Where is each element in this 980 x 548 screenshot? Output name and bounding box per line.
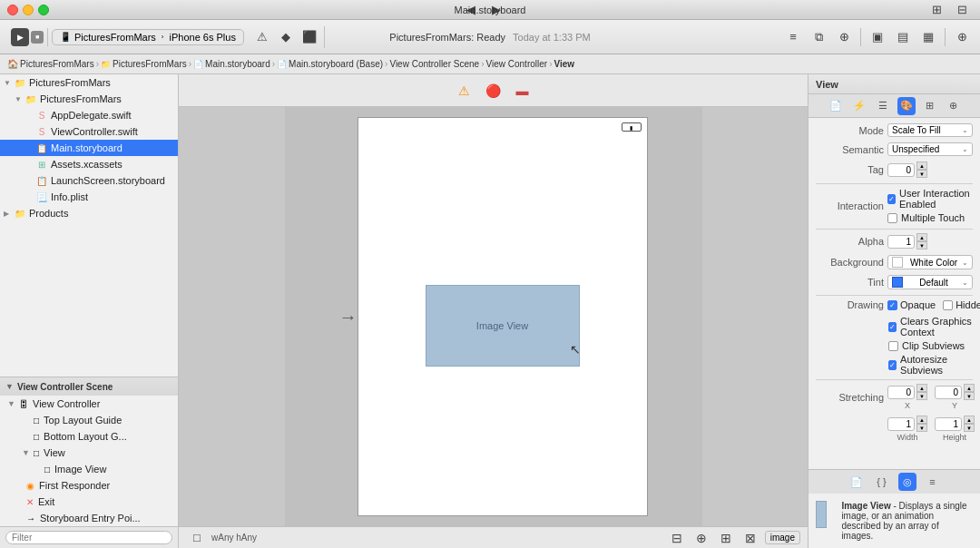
inspector-tab-size[interactable]: ⊞ xyxy=(921,97,939,115)
tag-decrement[interactable]: ▼ xyxy=(916,170,927,178)
breadcrumb-item-0[interactable]: PicturesFromMars xyxy=(20,59,94,69)
library-btn[interactable]: ⊕ xyxy=(951,26,973,48)
sy-down[interactable]: ▼ xyxy=(964,392,975,400)
fullscreen-button[interactable] xyxy=(38,5,49,15)
outline-label: Image View xyxy=(54,464,106,475)
stretch-y-input[interactable] xyxy=(935,386,962,399)
inspector-tab-attributes[interactable]: 🎨 xyxy=(897,97,916,115)
navigator-panel-btn[interactable]: ▣ xyxy=(867,26,888,48)
bottom-tab-image[interactable]: ◎ xyxy=(898,473,916,491)
tag-input[interactable] xyxy=(887,163,915,177)
canvas-zoom-fit[interactable]: ⊞ xyxy=(715,527,737,549)
sx-up[interactable]: ▲ xyxy=(916,384,927,392)
canvas-zoom-out[interactable]: ⊟ xyxy=(666,527,688,549)
device-size-btn[interactable]: □ xyxy=(186,527,208,549)
sidebar-item-subfolder[interactable]: ▼ 📁 PicturesFromMars xyxy=(0,91,178,107)
canvas-scroll[interactable]: → ▮ Image View ↖ xyxy=(179,107,808,526)
prop-mode-select[interactable]: Scale To Fill ⌄ xyxy=(887,123,973,137)
sidebar-item-launch[interactable]: 📋 LaunchScreen.storyboard xyxy=(0,172,178,189)
version-view-btn[interactable]: ⊕ xyxy=(833,26,855,48)
sx-down[interactable]: ▼ xyxy=(916,392,927,400)
breadcrumb-item-4[interactable]: View Controller Scene xyxy=(389,59,479,69)
prop-semantic-select[interactable]: Unspecified ⌄ xyxy=(887,142,973,156)
image-view-info: Image View - Displays a single image, or… xyxy=(808,494,980,548)
debug-panel-btn[interactable]: ▤ xyxy=(892,26,914,48)
sidebar-item-products[interactable]: ▶ 📁 Products xyxy=(0,205,178,221)
panel-toggle-right[interactable]: ⊟ xyxy=(951,0,973,21)
sidebar-item-main-storyboard[interactable]: 📋 Main.storyboard xyxy=(0,140,178,156)
toolbar-simulate-icon[interactable]: ⬛ xyxy=(299,26,320,48)
assistant-view-btn[interactable]: ⧉ xyxy=(808,26,829,48)
breadcrumb-item-5[interactable]: View Controller xyxy=(486,59,548,69)
sw-down[interactable]: ▼ xyxy=(916,424,927,432)
sy-up[interactable]: ▲ xyxy=(964,384,975,392)
canvas-zoom-in[interactable]: ⊕ xyxy=(691,527,712,549)
outline-header: View Controller Scene xyxy=(17,382,113,392)
inspector-tab-connections[interactable]: ⊕ xyxy=(945,97,963,115)
inspector-tab-quick[interactable]: ⚡ xyxy=(850,97,868,115)
sidebar-item-viewcontroller[interactable]: S ViewController.swift xyxy=(0,123,178,140)
stop-button[interactable]: ■ xyxy=(31,31,44,44)
canvas-icon-refresh[interactable]: 🔴 xyxy=(484,81,504,101)
outline-top-layout[interactable]: □ Top Layout Guide xyxy=(0,412,178,428)
image-view-label: Image View xyxy=(476,320,528,331)
outline-disclosure[interactable]: ▼ xyxy=(5,382,14,391)
tag-increment[interactable]: ▲ xyxy=(916,161,927,170)
outline-bottom-layout[interactable]: □ Bottom Layout G... xyxy=(0,428,178,445)
clip-subviews-checkbox[interactable] xyxy=(888,341,898,351)
sidebar-item-assets[interactable]: ⊞ Assets.xcassets xyxy=(0,156,178,172)
bottom-tab-list[interactable]: ≡ xyxy=(924,473,942,491)
outline-exit[interactable]: ✕ Exit xyxy=(0,494,178,510)
toolbar-breakpoint-icon[interactable]: ◆ xyxy=(275,26,297,48)
prop-background-select[interactable]: White Color ⌄ xyxy=(887,255,973,269)
prop-tint-select[interactable]: Default ⌄ xyxy=(887,275,973,289)
breadcrumb-item-6[interactable]: View xyxy=(554,59,574,69)
sw-up[interactable]: ▲ xyxy=(916,416,927,424)
alpha-input[interactable] xyxy=(887,235,915,249)
panel-toggle-left[interactable]: ⊞ xyxy=(926,0,947,21)
breadcrumb-item-2[interactable]: 📄 Main.storyboard xyxy=(193,59,270,69)
multiple-touch-checkbox[interactable] xyxy=(887,213,897,223)
bottom-tab-code[interactable]: { } xyxy=(873,473,891,491)
sh-up[interactable]: ▲ xyxy=(964,416,975,424)
code-view-btn[interactable]: ≡ xyxy=(782,26,804,48)
outline-storyboard-entry[interactable]: → Storyboard Entry Poi... xyxy=(0,510,178,526)
run-button[interactable]: ▶ xyxy=(11,28,29,46)
stretch-w-input[interactable] xyxy=(887,417,915,431)
scheme-selector[interactable]: 📱 PicturesFromMars › iPhone 6s Plus xyxy=(52,29,244,45)
prop-mode: Mode Scale To Fill ⌄ xyxy=(816,123,973,137)
canvas-icon-list[interactable]: ▬ xyxy=(513,81,533,101)
breadcrumb-item-1[interactable]: 📁 PicturesFromMars xyxy=(101,59,187,69)
bottom-tab-file[interactable]: 📄 xyxy=(848,473,866,491)
close-button[interactable] xyxy=(7,5,18,15)
canvas-icon-warning[interactable]: ⚠ xyxy=(455,81,475,101)
canvas-zoom-reset[interactable]: ⊠ xyxy=(740,527,761,549)
sidebar-item-appdelegate[interactable]: S AppDelegate.swift xyxy=(0,107,178,123)
stretch-h-input[interactable] xyxy=(935,417,962,431)
autoresize-checkbox[interactable]: ✓ xyxy=(888,360,897,370)
user-interaction-checkbox[interactable]: ✓ xyxy=(887,194,896,204)
outline-first-responder[interactable]: ◉ First Responder xyxy=(0,477,178,494)
sidebar-item-root[interactable]: ▼ 📁 PicturesFromMars xyxy=(0,74,178,91)
image-view-element[interactable]: Image View ↖ xyxy=(426,285,580,367)
stretch-x-input[interactable] xyxy=(887,386,915,399)
minimize-button[interactable] xyxy=(23,5,34,15)
sidebar-item-plist[interactable]: 📃 Info.plist xyxy=(0,189,178,205)
hidden-checkbox[interactable] xyxy=(943,300,953,310)
clears-graphics-checkbox[interactable]: ✓ xyxy=(888,322,897,332)
opaque-checkbox[interactable]: ✓ xyxy=(887,300,897,310)
breadcrumb-item-3[interactable]: 📄 Main.storyboard (Base) xyxy=(277,59,383,69)
outline-image-view[interactable]: □ Image View xyxy=(0,461,178,477)
alpha-increment[interactable]: ▲ xyxy=(916,233,927,241)
image-label[interactable]: image xyxy=(765,531,800,544)
inspector-tab-file[interactable]: 📄 xyxy=(827,97,845,115)
alpha-decrement[interactable]: ▼ xyxy=(916,241,927,250)
filter-input[interactable] xyxy=(5,531,172,544)
toolbar-warning-icon[interactable]: ⚠ xyxy=(251,26,273,48)
outline-view[interactable]: ▼ □ View xyxy=(0,445,178,461)
inspector-tab-identity[interactable]: ☰ xyxy=(874,97,892,115)
prop-drawing-label: Drawing xyxy=(816,299,884,310)
sh-down[interactable]: ▼ xyxy=(964,424,975,432)
outline-view-controller[interactable]: ▼ 🎛 View Controller xyxy=(0,396,178,412)
inspector-panel-btn[interactable]: ▦ xyxy=(917,26,939,48)
